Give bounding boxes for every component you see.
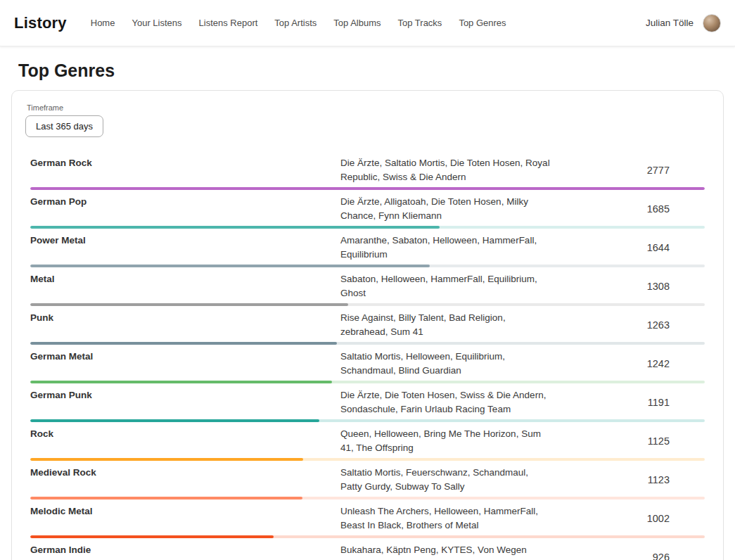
genre-row-main: Metal Sabaton, Helloween, HammerFall, Eq… bbox=[12, 267, 723, 303]
nav-item-home[interactable]: Home bbox=[91, 18, 115, 28]
genre-count: 1242 bbox=[551, 350, 705, 378]
genre-row-main: Power Metal Amaranthe, Sabaton, Hellowee… bbox=[12, 229, 723, 265]
genre-row: Punk Rise Against, Billy Talent, Bad Rel… bbox=[12, 306, 723, 345]
genre-count: 1308 bbox=[551, 272, 705, 300]
nav-item-top-genres[interactable]: Top Genres bbox=[459, 18, 506, 28]
genre-artists: Bukahara, Käptn Peng, KYTES, Von Wegen L… bbox=[340, 543, 551, 560]
genre-row-main: Melodic Metal Unleash The Archers, Hello… bbox=[12, 499, 723, 535]
genre-name: Power Metal bbox=[30, 234, 340, 262]
nav-item-top-albums[interactable]: Top Albums bbox=[333, 18, 381, 28]
genre-row: Power Metal Amaranthe, Sabaton, Hellowee… bbox=[12, 229, 723, 267]
genre-row: Melodic Metal Unleash The Archers, Hello… bbox=[12, 499, 723, 538]
genre-artists: Saltatio Mortis, Feuerschwanz, Schandmau… bbox=[340, 466, 551, 494]
genre-count: 1123 bbox=[551, 466, 705, 494]
genre-artists: Sabaton, Helloween, HammerFall, Equilibr… bbox=[340, 272, 551, 300]
genre-artists: Amaranthe, Sabaton, Helloween, HammerFal… bbox=[340, 234, 551, 262]
genre-name: Medieval Rock bbox=[30, 466, 340, 494]
genre-row: German Rock Die Ärzte, Saltatio Mortis, … bbox=[12, 151, 723, 190]
nav-item-top-tracks[interactable]: Top Tracks bbox=[398, 18, 442, 28]
genre-row-main: German Rock Die Ärzte, Saltatio Mortis, … bbox=[12, 151, 723, 187]
genre-name: Punk bbox=[30, 311, 340, 339]
genre-artists: Die Ärzte, Saltatio Mortis, Die Toten Ho… bbox=[340, 156, 551, 184]
timeframe-value: Last 365 days bbox=[36, 121, 93, 132]
genre-name: German Rock bbox=[30, 156, 340, 184]
top-navbar: Listory HomeYour ListensListens ReportTo… bbox=[0, 0, 735, 46]
genre-count: 1263 bbox=[551, 311, 705, 339]
genre-name: German Punk bbox=[30, 388, 340, 416]
top-genres-card: Timeframe Last 365 days German Rock Die … bbox=[11, 90, 724, 560]
timeframe-filter: Timeframe Last 365 days bbox=[12, 103, 723, 137]
genre-row: Rock Queen, Helloween, Bring Me The Hori… bbox=[12, 422, 723, 461]
genre-row-main: Punk Rise Against, Billy Talent, Bad Rel… bbox=[12, 306, 723, 342]
nav-item-listens-report[interactable]: Listens Report bbox=[199, 18, 258, 28]
genre-artists: Rise Against, Billy Talent, Bad Religion… bbox=[340, 311, 551, 339]
genre-row: Medieval Rock Saltatio Mortis, Feuerschw… bbox=[12, 461, 723, 499]
genre-row-main: German Punk Die Ärzte, Die Toten Hosen, … bbox=[12, 383, 723, 419]
genre-row-main: Medieval Rock Saltatio Mortis, Feuerschw… bbox=[12, 461, 723, 497]
genre-count: 926 bbox=[551, 543, 705, 560]
genre-artists: Unleash The Archers, Helloween, HammerFa… bbox=[340, 504, 551, 533]
genre-row: Metal Sabaton, Helloween, HammerFall, Eq… bbox=[12, 267, 723, 306]
nav-item-your-listens[interactable]: Your Listens bbox=[132, 18, 181, 28]
genre-name: German Pop bbox=[30, 195, 340, 223]
genre-count: 1002 bbox=[551, 504, 705, 533]
genre-artists: Queen, Helloween, Bring Me The Horizon, … bbox=[340, 427, 551, 455]
genre-row: German Metal Saltatio Mortis, Helloween,… bbox=[12, 345, 723, 383]
genre-count: 1685 bbox=[551, 195, 705, 223]
genre-count: 2777 bbox=[551, 156, 705, 184]
genre-name: Melodic Metal bbox=[30, 504, 340, 533]
genre-name: Rock bbox=[30, 427, 340, 455]
genre-row: German Pop Die Ärzte, Alligatoah, Die To… bbox=[12, 190, 723, 229]
genre-row: German Punk Die Ärzte, Die Toten Hosen, … bbox=[12, 383, 723, 422]
genre-count: 1191 bbox=[551, 388, 705, 416]
genre-row-main: German Pop Die Ärzte, Alligatoah, Die To… bbox=[12, 190, 723, 226]
genre-table: German Rock Die Ärzte, Saltatio Mortis, … bbox=[12, 151, 723, 560]
user-name[interactable]: Julian Tölle bbox=[646, 18, 694, 28]
genre-name: Metal bbox=[30, 272, 340, 300]
genre-artists: Die Ärzte, Die Toten Hosen, Swiss & Die … bbox=[340, 388, 551, 416]
genre-row-main: Rock Queen, Helloween, Bring Me The Hori… bbox=[12, 422, 723, 458]
timeframe-label: Timeframe bbox=[27, 103, 710, 112]
genre-artists: Die Ärzte, Alligatoah, Die Toten Hosen, … bbox=[340, 195, 551, 223]
main-nav: HomeYour ListensListens ReportTop Artist… bbox=[91, 18, 646, 28]
genre-count: 1644 bbox=[551, 234, 705, 262]
genre-count: 1125 bbox=[551, 427, 705, 455]
genre-name: German Indie bbox=[30, 543, 340, 560]
page-title: Top Genres bbox=[18, 61, 735, 81]
genre-artists: Saltatio Mortis, Helloween, Equilibrium,… bbox=[340, 350, 551, 378]
nav-item-top-artists[interactable]: Top Artists bbox=[274, 18, 317, 28]
genre-row-main: German Metal Saltatio Mortis, Helloween,… bbox=[12, 345, 723, 381]
genre-name: German Metal bbox=[30, 350, 340, 378]
timeframe-select[interactable]: Last 365 days bbox=[25, 115, 103, 137]
user-area: Julian Tölle bbox=[646, 14, 721, 32]
avatar[interactable] bbox=[703, 14, 721, 32]
genre-row-main: German Indie Bukahara, Käptn Peng, KYTES… bbox=[12, 538, 723, 560]
genre-row: German Indie Bukahara, Käptn Peng, KYTES… bbox=[12, 538, 723, 560]
app-logo[interactable]: Listory bbox=[14, 14, 67, 32]
